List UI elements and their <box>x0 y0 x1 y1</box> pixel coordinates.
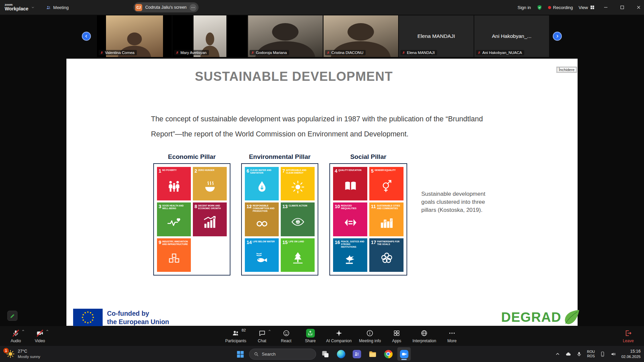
volume-icon[interactable] <box>610 351 616 357</box>
sdg-tile-head: 13CLIMATE ACTION <box>282 204 313 209</box>
chrome-app[interactable] <box>382 347 395 361</box>
toolbar-label: AI Companion <box>326 339 352 343</box>
view-grid-icon <box>590 5 595 10</box>
sdg-tile-head: 12RESPONSIBLE CONSUMPTION AND PRODUCTION <box>247 204 277 213</box>
slide-title: SUSTAINABLE DEVELOPMENT <box>66 69 521 84</box>
participant-tile[interactable]: Godoroja Mariana <box>248 15 323 57</box>
toolbar-ai-companion-button[interactable]: AI Companion <box>323 326 355 346</box>
sdg-label: DECENT WORK AND ECONOMIC GROWTH <box>198 204 225 210</box>
task-view-button[interactable] <box>319 347 332 361</box>
close-button[interactable] <box>633 0 644 15</box>
sdg-number: 8 <box>195 204 197 209</box>
shield-check-icon[interactable] <box>537 5 542 10</box>
maximize-button[interactable] <box>617 0 628 15</box>
toolbar-chat-button[interactable]: Chat <box>250 326 274 346</box>
notification-badge: 1 <box>3 348 9 353</box>
language-indicator[interactable]: ROU ROS <box>587 350 595 358</box>
toolbar-share-button[interactable]: Share <box>299 326 322 346</box>
language-line1: ROU <box>587 350 595 354</box>
minimize-button[interactable] <box>600 0 611 15</box>
system-tray: ROU ROS 15:16 02.06.2025 <box>555 349 641 359</box>
view-button[interactable]: View <box>579 5 595 10</box>
microphone-tray-icon[interactable] <box>576 351 582 357</box>
teams-app[interactable] <box>350 347 364 361</box>
sdg-number: 17 <box>371 240 376 245</box>
toolbar-label: Meeting info <box>359 339 381 343</box>
file-explorer-app[interactable] <box>366 347 379 361</box>
zoom-app[interactable] <box>397 347 411 361</box>
sdg-tile-grid: 1NO POVERTY2ZERO HUNGER3GOOD HEALTH AND … <box>157 167 227 272</box>
shared-screen-area: Închidere SUSTAINABLE DEVELOPMENT The co… <box>0 58 644 326</box>
toolbar-label: Video <box>35 339 45 343</box>
sdg-label: LIFE ON LAND <box>289 240 304 243</box>
toolbar-more-button[interactable]: More <box>440 326 464 346</box>
toolbar-meeting-info-button[interactable]: Meeting info <box>356 326 384 346</box>
sdg-number: 4 <box>335 169 337 173</box>
weather-widget[interactable]: 1 27°C Mostly sunny <box>4 349 40 359</box>
toolbar-participants-button[interactable]: 82Participants <box>222 326 250 346</box>
participant-tile[interactable]: Valentina Cornea <box>97 15 172 57</box>
participant-name: Ani Hakobyan_NUACA <box>482 51 522 55</box>
sign-in-button[interactable]: Sign in <box>518 5 531 10</box>
shared-screen-pill[interactable]: CJ Codruta Jaliu's screen <box>133 2 199 12</box>
sdg-label: SUSTAINABLE CITIES AND COMMUNITIES <box>377 204 402 210</box>
participant-tile[interactable]: Ani Hakobyan_...Ani Hakobyan_NUACA <box>474 15 549 57</box>
chevron-up-icon[interactable] <box>21 329 25 332</box>
sdg-label: GENDER EQUALITY <box>375 169 396 172</box>
toolbar-leave-button[interactable]: Leave <box>616 326 640 346</box>
phone-link-icon[interactable] <box>600 351 605 357</box>
language-line2: ROS <box>587 354 595 358</box>
toolbar-react-button[interactable]: React <box>274 326 298 346</box>
growth-icon <box>195 210 225 235</box>
share-icon-bg <box>306 329 315 338</box>
pillar-title: Economic Pillar <box>154 153 230 161</box>
video-strip: Valentina CorneaMary AvetisyanGodoroja M… <box>0 15 644 58</box>
sdg-tile-4: 4QUALITY EDUCATION <box>333 167 367 200</box>
recording-indicator[interactable]: Recording <box>548 5 573 10</box>
chevron-up-icon[interactable] <box>268 329 271 332</box>
toolbar-interpretation-button[interactable]: Interpretation <box>409 326 440 346</box>
start-button[interactable] <box>233 347 247 361</box>
sdg-tile-grid: 4QUALITY EDUCATION5GENDER EQUALITY10REDU… <box>333 167 404 272</box>
onedrive-cloud-icon[interactable] <box>566 351 571 357</box>
view-label: View <box>579 5 588 10</box>
family-icon <box>159 173 190 199</box>
toolbar-video-button[interactable]: Video <box>28 326 52 346</box>
toolbar-label: Participants <box>225 339 247 343</box>
zoom-app-icon <box>400 350 408 358</box>
scroll-right-button[interactable] <box>553 32 562 41</box>
rings-icon <box>371 246 402 271</box>
workplace-logo-text: Workplace <box>5 6 29 11</box>
participant-tile[interactable]: Mary Avetisyan <box>172 15 247 57</box>
file-explorer-icon <box>368 350 377 358</box>
toolbar-audio-button[interactable]: Audio <box>4 326 28 346</box>
react-icon <box>282 329 290 337</box>
sdg-tile-head: 5GENDER EQUALITY <box>371 169 402 173</box>
tab-meeting[interactable]: Meeting <box>46 5 69 10</box>
toolbar-label: Leave <box>623 339 634 343</box>
chevron-up-icon[interactable] <box>46 329 49 332</box>
toolbar-label: Interpretation <box>413 339 436 343</box>
annotation-pencil-button[interactable] <box>7 311 17 321</box>
sdg-tile-11: 11SUSTAINABLE CITIES AND COMMUNITIES <box>369 202 404 236</box>
participant-tile[interactable]: Elena MANDAJIElena MANDAJI <box>399 15 474 57</box>
clock[interactable]: 15:16 02.06.2025 <box>621 349 641 359</box>
degrad-logo-text: DEGRAD <box>501 310 561 325</box>
pencil-icon <box>10 313 15 319</box>
search-box[interactable]: Search <box>249 349 316 360</box>
toolbar-label: Apps <box>392 339 401 343</box>
scroll-left-button[interactable] <box>82 32 91 41</box>
participant-tile[interactable]: Cristina DIACONU <box>323 15 398 57</box>
close-presentation-button[interactable]: Închidere <box>556 67 577 73</box>
weather-temperature: 27°C <box>18 349 40 354</box>
zoom-toolbar: AudioVideo 82ParticipantsChatReactShareA… <box>0 326 644 346</box>
more-options-icon[interactable] <box>190 4 197 11</box>
sdg-tile-head: 10REDUCED INEQUALITIES <box>335 204 366 210</box>
chevron-down-icon[interactable] <box>31 6 35 9</box>
toolbar-apps-button[interactable]: Apps <box>385 326 409 346</box>
sdg-number: 11 <box>371 204 376 209</box>
sdg-tile-5: 5GENDER EQUALITY <box>369 167 404 200</box>
edge-app[interactable] <box>334 347 348 361</box>
tray-time: 15:16 <box>630 349 641 354</box>
hidden-icons-chevron[interactable] <box>555 351 560 357</box>
